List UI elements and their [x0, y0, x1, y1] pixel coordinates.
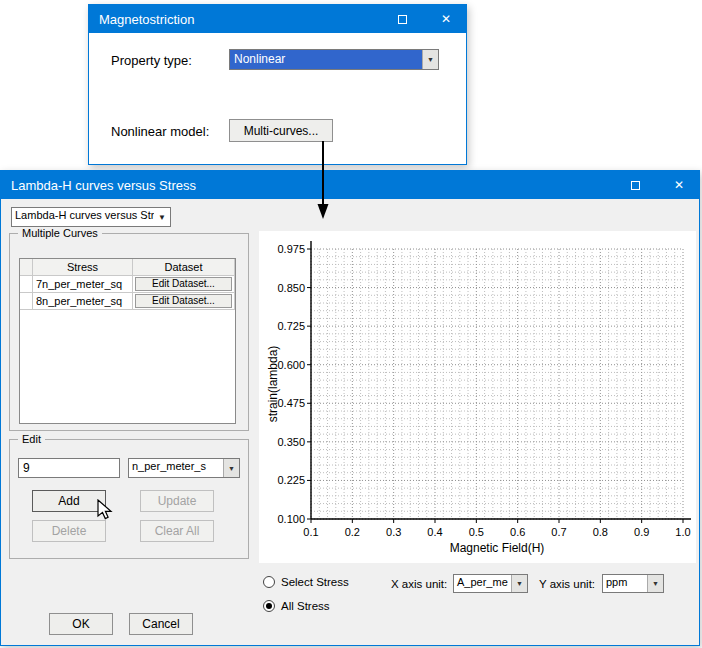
svg-text:0.1: 0.1: [303, 526, 318, 538]
close-icon: ✕: [441, 12, 451, 26]
svg-text:0.600: 0.600: [277, 359, 305, 371]
chart-svg: 0.10.20.30.40.50.60.70.80.91.00.9750.850…: [259, 231, 696, 563]
magnetostriction-dialog: Magnetostriction ✕ Property type: Nonlin…: [88, 4, 467, 165]
magnetostriction-titlebar[interactable]: Magnetostriction ✕: [89, 5, 466, 33]
lambda-h-chart-panel: 0.10.20.30.40.50.60.70.80.91.00.9750.850…: [259, 231, 696, 563]
y-axis-unit-combo[interactable]: ppm ▼: [602, 574, 664, 593]
svg-text:0.850: 0.850: [277, 282, 305, 294]
edit-dataset-button[interactable]: Edit Dataset...: [135, 277, 232, 291]
svg-text:0.100: 0.100: [277, 513, 305, 525]
svg-text:0.475: 0.475: [277, 397, 305, 409]
stress-unit-value: n_per_meter_s: [129, 459, 223, 477]
svg-text:0.350: 0.350: [277, 436, 305, 448]
update-button[interactable]: Update: [140, 490, 214, 512]
maximize-icon: [398, 15, 407, 24]
svg-text:0.9: 0.9: [634, 526, 649, 538]
curve-type-combo[interactable]: Lambda-H curves versus Stress ▼: [11, 207, 171, 227]
table-header-blank: [20, 259, 33, 276]
property-type-combo[interactable]: Nonlinear ▼: [229, 49, 439, 70]
curve-type-value: Lambda-H curves versus Stress: [12, 208, 154, 226]
dataset-cell: Edit Dataset...: [133, 293, 235, 310]
nonlinear-model-label: Nonlinear model:: [111, 124, 209, 139]
table-header-stress: Stress: [33, 259, 133, 276]
table-row[interactable]: 8n_per_meter_sq Edit Dataset...: [20, 293, 235, 310]
maximize-button[interactable]: [386, 5, 418, 33]
close-button[interactable]: ✕: [430, 5, 462, 33]
y-axis-unit-value: ppm: [603, 575, 647, 592]
svg-text:0.4: 0.4: [427, 526, 442, 538]
table-row[interactable]: 7n_per_meter_sq Edit Dataset...: [20, 276, 235, 293]
close-icon: ✕: [674, 178, 684, 192]
lambda-h-titlebar[interactable]: Lambda-H curves versus Stress ✕: [1, 171, 699, 199]
svg-text:0.8: 0.8: [593, 526, 608, 538]
multi-curves-button[interactable]: Multi-curves...: [229, 119, 333, 142]
svg-text:0.225: 0.225: [277, 474, 305, 486]
table-header-dataset: Dataset: [133, 259, 235, 276]
stress-cell[interactable]: 7n_per_meter_sq: [33, 276, 133, 293]
edit-group-label: Edit: [18, 433, 45, 445]
svg-text:0.3: 0.3: [386, 526, 401, 538]
property-type-value: Nonlinear: [230, 50, 422, 69]
delete-button[interactable]: Delete: [32, 520, 106, 542]
dataset-cell: Edit Dataset...: [133, 276, 235, 293]
magnetostriction-title: Magnetostriction: [99, 12, 194, 27]
all-stress-option[interactable]: All Stress: [263, 600, 330, 612]
stress-cell[interactable]: 8n_per_meter_sq: [33, 293, 133, 310]
clear-all-button[interactable]: Clear All: [140, 520, 214, 542]
svg-text:1.0: 1.0: [675, 526, 690, 538]
row-selector-cell[interactable]: [20, 293, 33, 310]
chevron-down-icon: ▼: [511, 575, 527, 592]
chevron-down-icon: ▼: [223, 459, 239, 477]
cancel-button[interactable]: Cancel: [129, 613, 193, 635]
svg-text:0.5: 0.5: [469, 526, 484, 538]
stress-value-input[interactable]: [18, 458, 120, 478]
multiple-curves-label: Multiple Curves: [18, 227, 102, 239]
property-type-label: Property type:: [111, 53, 192, 68]
svg-text:strain(lambda): strain(lambda): [266, 346, 280, 423]
row-selector-cell[interactable]: [20, 276, 33, 293]
lambda-h-dialog: Lambda-H curves versus Stress ✕ Lambda-H…: [0, 170, 700, 646]
x-axis-unit-value: A_per_me: [454, 575, 511, 592]
select-stress-label: Select Stress: [281, 576, 349, 588]
stress-unit-combo[interactable]: n_per_meter_s ▼: [128, 458, 240, 478]
svg-text:Magnetic Field(H): Magnetic Field(H): [450, 541, 545, 555]
lambda-h-body: Lambda-H curves versus Stress ▼ Multiple…: [1, 199, 699, 645]
magnetostriction-body: Property type: Nonlinear ▼ Nonlinear mod…: [89, 33, 466, 164]
svg-text:0.7: 0.7: [551, 526, 566, 538]
ok-button[interactable]: OK: [49, 613, 113, 635]
maximize-button[interactable]: [619, 171, 651, 199]
maximize-icon: [631, 181, 640, 190]
all-stress-radio[interactable]: [263, 600, 275, 612]
x-axis-unit-label: X axis unit:: [391, 578, 447, 590]
table-header-row: Stress Dataset: [20, 259, 235, 276]
svg-text:0.975: 0.975: [277, 243, 305, 255]
add-button[interactable]: Add: [32, 490, 106, 512]
multiple-curves-group: Multiple Curves Stress Dataset 7n_per_me…: [9, 233, 249, 431]
mouse-cursor: [97, 499, 115, 523]
close-button[interactable]: ✕: [663, 171, 695, 199]
chevron-down-icon: ▼: [647, 575, 663, 592]
select-stress-option[interactable]: Select Stress: [263, 576, 349, 588]
edit-dataset-button[interactable]: Edit Dataset...: [135, 294, 232, 308]
svg-text:0.725: 0.725: [277, 320, 305, 332]
stress-dataset-table[interactable]: Stress Dataset 7n_per_meter_sq Edit Data…: [19, 258, 236, 424]
svg-text:0.6: 0.6: [510, 526, 525, 538]
chevron-down-icon: ▼: [154, 208, 170, 226]
chevron-down-icon: ▼: [422, 50, 438, 69]
lambda-h-title: Lambda-H curves versus Stress: [11, 178, 196, 193]
svg-text:0.2: 0.2: [345, 526, 360, 538]
flow-arrow: [315, 140, 332, 222]
all-stress-label: All Stress: [281, 600, 330, 612]
y-axis-unit-label: Y axis unit:: [539, 578, 595, 590]
select-stress-radio[interactable]: [263, 576, 275, 588]
edit-group: Edit n_per_meter_s ▼ Add Update Delete C…: [9, 439, 249, 559]
x-axis-unit-combo[interactable]: A_per_me ▼: [453, 574, 528, 593]
